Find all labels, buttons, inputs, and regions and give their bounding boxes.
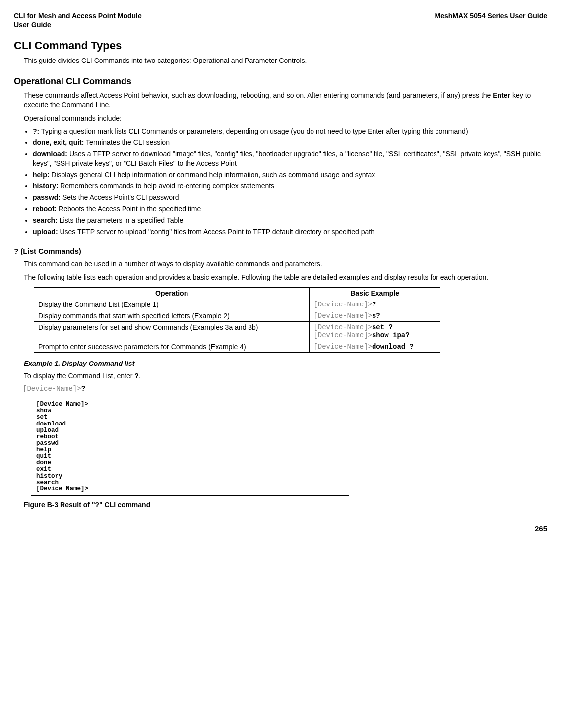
list-item: history: Remembers commands to help avoi… bbox=[33, 182, 547, 191]
list-item: upload: Uses TFTP server to upload "conf… bbox=[33, 227, 547, 237]
col-operation: Operation bbox=[34, 288, 310, 299]
cmd-desc: Sets the Access Point's CLI password bbox=[61, 193, 179, 201]
text-fragment: These commands affect Access Point behav… bbox=[24, 91, 493, 99]
cmd-name: passwd: bbox=[33, 193, 61, 201]
cmd-name: download: bbox=[33, 150, 67, 158]
cmd-name: done, exit, quit: bbox=[33, 138, 84, 146]
footer-rule bbox=[14, 523, 547, 523]
list-item: reboot: Reboots the Access Point in the … bbox=[33, 204, 547, 214]
header-right: MeshMAX 5054 Series User Guide bbox=[435, 12, 547, 20]
list-item: done, exit, quit: Terminates the CLI ses… bbox=[33, 138, 547, 147]
prompt: [Device-Name]> bbox=[313, 312, 372, 320]
cmd-text: show ipa? bbox=[372, 331, 410, 339]
op-cell: Display parameters for set and show Comm… bbox=[34, 322, 310, 341]
col-example: Basic Example bbox=[310, 288, 440, 299]
table-row: Display the Command List (Example 1) [De… bbox=[34, 299, 440, 310]
text-fragment: . bbox=[139, 372, 141, 380]
prompt: [Device-Name]> bbox=[23, 385, 81, 393]
cmd-text: set ? bbox=[372, 323, 393, 331]
intro-paragraph: This guide divides CLI Commands into two… bbox=[24, 56, 547, 65]
cmd-desc: Reboots the Access Point in the specifie… bbox=[57, 205, 201, 213]
qmark-label: ? bbox=[134, 372, 139, 380]
cmd-name: history: bbox=[33, 182, 58, 190]
example1-paragraph: To display the Command List, enter ?. bbox=[24, 371, 547, 381]
cmd-desc: Terminates the CLI session bbox=[84, 138, 170, 146]
operational-command-list: ?: Typing a question mark lists CLI Comm… bbox=[24, 127, 547, 237]
cmd-text: ? bbox=[372, 301, 376, 308]
operations-table: Operation Basic Example Display the Comm… bbox=[34, 287, 440, 353]
enter-key-label: Enter bbox=[493, 91, 510, 99]
cmd-desc: Uses TFTP server to upload "config" file… bbox=[58, 228, 374, 236]
section-list-commands: ? (List Commands) bbox=[14, 247, 547, 255]
prompt: [Device-Name]> bbox=[313, 301, 372, 308]
cmd-desc: Typing a question mark lists CLI Command… bbox=[39, 127, 468, 135]
ex-cell: [Device-Name]>? bbox=[310, 299, 440, 310]
list-item: ?: Typing a question mark lists CLI Comm… bbox=[33, 127, 547, 136]
ex-cell: [Device-Name]>s? bbox=[310, 310, 440, 322]
list-paragraph-2: The following table lists each operation… bbox=[24, 273, 547, 282]
header-left-line2: User Guide bbox=[14, 21, 547, 29]
list-item: search: Lists the parameters in a specif… bbox=[33, 216, 547, 225]
header-rule bbox=[14, 32, 547, 32]
prompt: [Device-Name]> bbox=[313, 343, 372, 351]
example1-command-line: [Device-Name]>? bbox=[23, 385, 547, 393]
cmd-name: help: bbox=[33, 171, 49, 179]
ex-cell: [Device-Name]>set ? [Device-Name]>show i… bbox=[310, 322, 440, 341]
cmd-name: ?: bbox=[33, 127, 39, 135]
list-item: download: Uses a TFTP server to download… bbox=[33, 149, 547, 168]
list-item: passwd: Sets the Access Point's CLI pass… bbox=[33, 193, 547, 202]
operational-paragraph-1: These commands affect Access Point behav… bbox=[24, 91, 547, 110]
cmd-desc: Uses a TFTP server to download "image" f… bbox=[33, 150, 541, 167]
prompt: [Device-Name]> bbox=[313, 331, 372, 339]
table-row: Prompt to enter successive parameters fo… bbox=[34, 341, 440, 353]
op-cell: Display commands that start with specifi… bbox=[34, 310, 310, 322]
cmd-name: upload: bbox=[33, 228, 58, 236]
section-operational: Operational CLI Commands bbox=[14, 76, 547, 87]
header-left-line1: CLI for Mesh and Access Point Module bbox=[14, 12, 142, 20]
ex-cell: [Device-Name]>download ? bbox=[310, 341, 440, 353]
cmd-text: download ? bbox=[372, 343, 414, 351]
example1-title: Example 1. Display Command list bbox=[24, 360, 547, 367]
cmd-desc: Remembers commands to help avoid re-ente… bbox=[58, 182, 274, 190]
cmd-name: search: bbox=[33, 216, 58, 224]
figure-caption: Figure B-3 Result of "?" CLI command bbox=[24, 501, 547, 509]
cmd-desc: Displays general CLI help information or… bbox=[49, 171, 375, 179]
list-paragraph-1: This command can be used in a number of … bbox=[24, 259, 547, 269]
text-fragment: To display the Command List, enter bbox=[24, 372, 134, 380]
terminal-output: [Device Name]> show set download upload … bbox=[31, 398, 349, 496]
operational-paragraph-2: Operational commands include: bbox=[24, 114, 547, 123]
page-title: CLI Command Types bbox=[14, 39, 547, 52]
table-row: Display commands that start with specifi… bbox=[34, 310, 440, 322]
table-header-row: Operation Basic Example bbox=[34, 288, 440, 299]
cmd-text: s? bbox=[372, 312, 380, 320]
cmd-desc: Lists the parameters in a specified Tabl… bbox=[58, 216, 183, 224]
cmd-name: reboot: bbox=[33, 205, 57, 213]
cmd-text: ? bbox=[81, 385, 85, 393]
page-number: 265 bbox=[14, 524, 547, 533]
list-item: help: Displays general CLI help informat… bbox=[33, 170, 547, 180]
table-row: Display parameters for set and show Comm… bbox=[34, 322, 440, 341]
op-cell: Display the Command List (Example 1) bbox=[34, 299, 310, 310]
prompt: [Device-Name]> bbox=[313, 323, 372, 331]
op-cell: Prompt to enter successive parameters fo… bbox=[34, 341, 310, 353]
